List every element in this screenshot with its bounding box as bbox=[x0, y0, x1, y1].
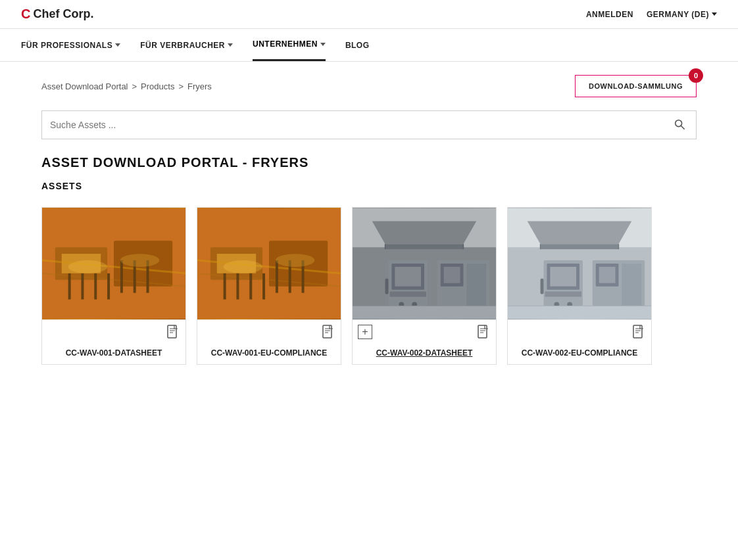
svg-rect-71 bbox=[622, 264, 641, 306]
svg-rect-43 bbox=[395, 267, 421, 287]
svg-rect-11 bbox=[107, 273, 110, 300]
asset-bottom-2 bbox=[197, 319, 341, 343]
asset-image-1 bbox=[42, 208, 185, 319]
svg-rect-51 bbox=[466, 264, 486, 306]
asset-card-3[interactable]: + CC-WAV-002-DATASHEET bbox=[352, 207, 497, 365]
svg-rect-50 bbox=[444, 267, 460, 283]
svg-rect-25 bbox=[236, 273, 239, 300]
country-selector[interactable]: GERMANY (DE) bbox=[647, 10, 717, 19]
svg-marker-57 bbox=[528, 222, 632, 245]
svg-point-46 bbox=[412, 302, 417, 307]
login-button[interactable]: ANMELDEN bbox=[586, 10, 633, 19]
breadcrumb-sep-2: > bbox=[178, 82, 184, 91]
nav-item-verbraucher[interactable]: FÜR VERBRAUCHER bbox=[140, 30, 233, 60]
nav-bar: FÜR PROFESSIONALS FÜR VERBRAUCHER UNTERN… bbox=[0, 29, 738, 62]
assets-section-title: ASSETS bbox=[41, 181, 697, 191]
svg-rect-58 bbox=[541, 244, 619, 249]
asset-label-2: CC-WAV-001-EU-COMPLIANCE bbox=[197, 343, 341, 364]
doc-icon-4 bbox=[631, 325, 646, 339]
svg-rect-52 bbox=[353, 306, 496, 319]
breadcrumb-asset-portal[interactable]: Asset Download Portal bbox=[41, 82, 128, 91]
logo: C Chef Corp. bbox=[21, 7, 93, 22]
top-right: ANMELDEN GERMANY (DE) bbox=[586, 10, 717, 19]
asset-bottom-3: + bbox=[353, 319, 496, 343]
nav-chevron-professionals-icon bbox=[115, 43, 120, 47]
logo-c-letter: C bbox=[21, 7, 30, 22]
country-chevron-icon bbox=[712, 12, 717, 16]
svg-rect-41 bbox=[389, 260, 428, 306]
asset-bottom-4 bbox=[508, 319, 651, 343]
svg-rect-35 bbox=[353, 208, 496, 319]
search-input[interactable] bbox=[50, 120, 671, 130]
svg-rect-24 bbox=[224, 273, 226, 300]
download-badge: 0 bbox=[689, 68, 703, 83]
asset-label-3[interactable]: CC-WAV-002-DATASHEET bbox=[353, 343, 496, 364]
page-title: ASSET DOWNLOAD PORTAL - FRYERS bbox=[41, 155, 697, 170]
asset-image-svg-1 bbox=[42, 208, 185, 319]
svg-rect-63 bbox=[550, 267, 576, 287]
svg-point-16 bbox=[120, 254, 159, 267]
assets-grid: CC-WAV-001-DATASHEET bbox=[41, 207, 697, 365]
doc-icon-3 bbox=[476, 325, 491, 339]
asset-card-2[interactable]: CC-WAV-001-EU-COMPLIANCE bbox=[197, 207, 341, 365]
svg-line-1 bbox=[681, 126, 684, 129]
svg-rect-34 bbox=[353, 208, 496, 319]
asset-bottom-1 bbox=[42, 319, 185, 343]
asset-image-svg-3 bbox=[353, 208, 496, 319]
doc-icon-1 bbox=[166, 325, 180, 339]
svg-rect-10 bbox=[94, 273, 97, 300]
asset-image-3 bbox=[353, 208, 496, 319]
svg-rect-48 bbox=[437, 260, 489, 306]
svg-rect-64 bbox=[545, 292, 581, 297]
svg-rect-8 bbox=[68, 273, 71, 300]
logo-name: Chef Corp. bbox=[33, 7, 93, 21]
svg-rect-38 bbox=[385, 244, 464, 249]
doc-icon-2 bbox=[321, 325, 335, 339]
svg-rect-74 bbox=[633, 325, 642, 338]
main-content: Asset Download Portal > Products > Fryer… bbox=[20, 62, 718, 391]
nav-item-unternehmen[interactable]: UNTERNEHMEN bbox=[253, 29, 326, 61]
asset-label-1: CC-WAV-001-DATASHEET bbox=[42, 343, 185, 364]
svg-rect-70 bbox=[599, 267, 616, 283]
nav-item-blog[interactable]: BLOG bbox=[345, 30, 370, 60]
svg-point-15 bbox=[68, 260, 107, 273]
svg-point-31 bbox=[224, 260, 262, 273]
download-collection-button[interactable]: DOWNLOAD-SAMMLUNG bbox=[575, 75, 697, 97]
svg-rect-26 bbox=[249, 273, 252, 300]
search-icon bbox=[674, 118, 685, 130]
svg-marker-37 bbox=[372, 222, 477, 245]
download-collection-container: DOWNLOAD-SAMMLUNG 0 bbox=[575, 75, 697, 97]
svg-rect-33 bbox=[323, 325, 332, 338]
search-bar bbox=[41, 110, 697, 139]
svg-point-45 bbox=[399, 302, 404, 307]
svg-rect-47 bbox=[385, 279, 389, 294]
nav-chevron-verbraucher-icon bbox=[228, 43, 233, 47]
asset-card-1[interactable]: CC-WAV-001-DATASHEET bbox=[41, 207, 186, 365]
svg-rect-44 bbox=[389, 292, 426, 297]
asset-image-2 bbox=[197, 208, 341, 319]
svg-rect-36 bbox=[353, 208, 496, 247]
asset-label-4: CC-WAV-002-EU-COMPLIANCE bbox=[508, 343, 651, 364]
asset-image-4 bbox=[508, 208, 651, 319]
nav-item-professionals[interactable]: FÜR PROFESSIONALS bbox=[21, 30, 120, 60]
svg-rect-27 bbox=[262, 273, 265, 300]
asset-card-4[interactable]: CC-WAV-002-EU-COMPLIANCE bbox=[507, 207, 652, 365]
svg-rect-67 bbox=[541, 279, 544, 294]
svg-point-32 bbox=[276, 254, 314, 267]
breadcrumb: Asset Download Portal > Products > Fryer… bbox=[41, 82, 212, 91]
svg-rect-17 bbox=[168, 325, 176, 338]
svg-rect-28 bbox=[276, 260, 278, 293]
svg-rect-49 bbox=[441, 264, 464, 287]
breadcrumb-row: Asset Download Portal > Products > Fryer… bbox=[41, 75, 697, 97]
asset-image-svg-4 bbox=[508, 208, 651, 319]
country-label: GERMANY (DE) bbox=[647, 10, 709, 19]
svg-rect-42 bbox=[391, 264, 424, 290]
top-bar: C Chef Corp. ANMELDEN GERMANY (DE) bbox=[0, 0, 738, 29]
breadcrumb-products[interactable]: Products bbox=[141, 82, 174, 91]
svg-rect-54 bbox=[478, 325, 487, 338]
nav-chevron-unternehmen-icon bbox=[320, 43, 326, 46]
asset-image-svg-2 bbox=[197, 208, 341, 319]
add-to-collection-icon-3[interactable]: + bbox=[358, 325, 372, 339]
search-button[interactable] bbox=[671, 116, 688, 135]
svg-rect-72 bbox=[508, 306, 651, 319]
